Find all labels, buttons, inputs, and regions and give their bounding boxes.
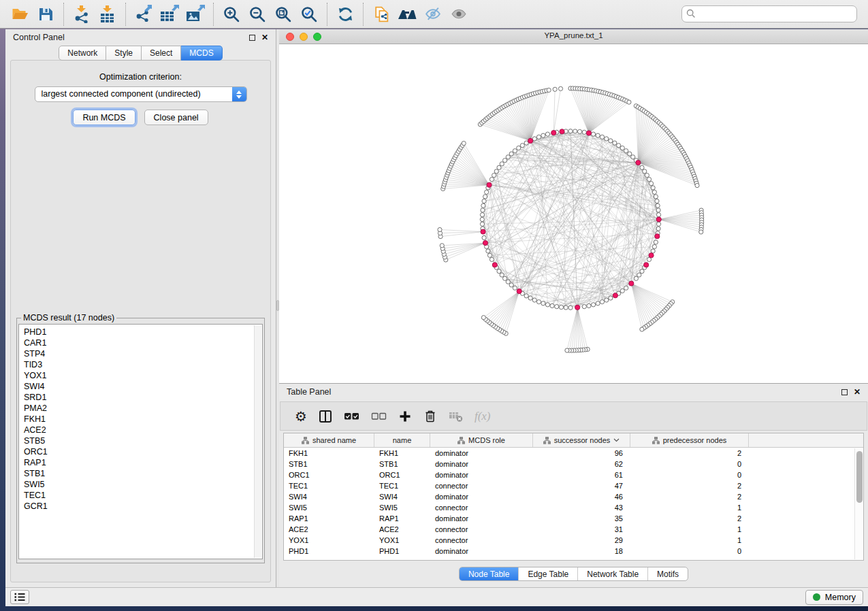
export-image-button[interactable] xyxy=(182,3,208,26)
list-item[interactable]: TEC1 xyxy=(24,490,262,501)
list-item[interactable]: FKH1 xyxy=(24,414,262,425)
list-icon xyxy=(14,592,26,602)
task-history-button[interactable] xyxy=(10,590,29,604)
table-row[interactable]: SWI5SWI5connector431 xyxy=(284,502,863,513)
show-eye-icon xyxy=(449,5,468,22)
float-panel-icon[interactable] xyxy=(841,389,848,395)
close-panel-button[interactable]: Close panel xyxy=(144,110,208,125)
add-column-button[interactable] xyxy=(398,408,412,425)
node-table: shared namenameMCDS rolesuccessor nodesp… xyxy=(283,433,864,561)
table-cell: 47 xyxy=(533,480,630,491)
column-header-name[interactable]: name xyxy=(374,433,430,447)
table-row[interactable]: SWI4SWI4dominator462 xyxy=(284,491,863,502)
list-item[interactable]: PMA2 xyxy=(24,403,262,414)
show-columns-button[interactable] xyxy=(319,408,332,425)
table-scrollbar[interactable] xyxy=(854,448,863,559)
list-item[interactable]: SWI5 xyxy=(24,479,262,490)
tab-node-table[interactable]: Node Table xyxy=(460,567,519,580)
open-folder-icon xyxy=(11,6,29,22)
duplicate-network-icon xyxy=(372,5,391,23)
delete-table-button[interactable] xyxy=(449,408,463,425)
list-item[interactable]: TID3 xyxy=(24,359,262,370)
optimization-criterion-select[interactable]: largest connected component (undirected) xyxy=(35,86,247,102)
list-item[interactable]: STP4 xyxy=(24,348,262,359)
table-row[interactable]: ACE2ACE2connector311 xyxy=(284,524,863,535)
zoom-out-button[interactable] xyxy=(244,3,270,26)
delete-columns-button[interactable] xyxy=(423,408,437,425)
tab-style[interactable]: Style xyxy=(106,46,142,61)
table-panel-title: Table Panel xyxy=(287,387,331,397)
close-panel-icon[interactable]: ✕ xyxy=(261,34,268,41)
column-header-mcds-role[interactable]: MCDS role xyxy=(430,433,533,447)
column-header-predecessor-nodes[interactable]: predecessor nodes xyxy=(630,433,749,447)
toolbar-separator xyxy=(63,3,64,26)
export-table-button[interactable] xyxy=(157,3,182,26)
search-input[interactable] xyxy=(681,5,857,22)
table-panel-titlebar: Table Panel ✕ xyxy=(279,384,868,400)
deselect-all-button[interactable] xyxy=(371,408,387,425)
memory-button[interactable]: Memory xyxy=(805,590,863,605)
tree-icon xyxy=(652,437,660,444)
optimization-criterion-value: largest connected component (undirected) xyxy=(35,87,246,101)
list-item[interactable]: ACE2 xyxy=(24,425,262,435)
table-row[interactable]: RAP1RAP1dominator352 xyxy=(284,513,863,524)
import-network-button[interactable] xyxy=(69,3,95,26)
table-row[interactable]: PHD1PHD1dominator180 xyxy=(284,546,863,557)
list-item[interactable]: SRD1 xyxy=(24,392,262,403)
table-body: FKH1FKH1dominator962STB1STB1dominator620… xyxy=(284,448,863,557)
table-settings-button[interactable]: ⚙ xyxy=(295,408,307,425)
run-mcds-button[interactable]: Run MCDS xyxy=(73,110,135,125)
tab-network[interactable]: Network xyxy=(59,46,106,61)
first-neighbors-button[interactable] xyxy=(394,3,420,26)
table-row[interactable]: FKH1FKH1dominator962 xyxy=(284,448,863,459)
select-all-button[interactable] xyxy=(344,408,359,425)
scrollbar-thumb[interactable] xyxy=(856,451,863,503)
zoom-fit-button[interactable] xyxy=(270,3,296,26)
toolbar-separator xyxy=(125,3,126,26)
list-item[interactable]: STB5 xyxy=(24,435,262,446)
tab-select[interactable]: Select xyxy=(142,46,181,61)
list-item[interactable]: CAR1 xyxy=(24,337,262,348)
list-item[interactable]: STB1 xyxy=(24,468,262,479)
list-item[interactable]: YOX1 xyxy=(24,370,262,381)
table-row[interactable]: ORC1ORC1dominator610 xyxy=(284,469,863,480)
tab-network-table[interactable]: Network Table xyxy=(577,567,647,580)
new-network-from-selection-button[interactable] xyxy=(368,3,394,26)
list-item[interactable]: PHD1 xyxy=(24,327,262,337)
mcds-tab-content: Optimization criterion: largest connecte… xyxy=(10,60,271,582)
open-file-button[interactable] xyxy=(7,3,33,26)
list-scrollbar[interactable] xyxy=(254,325,261,558)
float-panel-icon[interactable] xyxy=(249,35,255,41)
tab-edge-table[interactable]: Edge Table xyxy=(518,567,577,580)
column-header-shared-name[interactable]: shared name xyxy=(284,433,374,447)
table-row[interactable]: STB1STB1dominator620 xyxy=(284,459,863,469)
tab-motifs[interactable]: Motifs xyxy=(647,567,688,580)
list-item[interactable]: ORC1 xyxy=(24,446,262,457)
hide-selected-button[interactable] xyxy=(420,3,446,26)
function-builder-button[interactable]: f(x) xyxy=(475,408,491,425)
list-item[interactable]: SWI4 xyxy=(24,381,262,392)
export-network-button[interactable] xyxy=(131,3,157,26)
table-cell: ACE2 xyxy=(374,524,430,535)
column-header-successor-nodes[interactable]: successor nodes xyxy=(533,433,630,447)
table-cell: SWI4 xyxy=(284,491,374,502)
list-item[interactable]: GCR1 xyxy=(24,501,262,512)
network-canvas[interactable] xyxy=(279,44,868,383)
mcds-result-list[interactable]: PHD1CAR1STP4TID3YOX1SWI4SRD1PMA2FKH1ACE2… xyxy=(18,324,263,559)
tree-icon xyxy=(302,437,309,444)
list-item[interactable]: RAP1 xyxy=(24,457,262,468)
import-table-button[interactable] xyxy=(95,3,120,26)
table-row[interactable]: YOX1YOX1connector291 xyxy=(284,535,863,546)
gear-icon: ⚙ xyxy=(295,410,307,423)
refresh-button[interactable] xyxy=(332,3,358,26)
app-window: Control Panel ✕ NetworkStyleSelectMCDS O… xyxy=(5,29,868,606)
zoom-selected-button[interactable] xyxy=(296,3,322,26)
tab-mcds[interactable]: MCDS xyxy=(181,46,222,61)
close-panel-icon[interactable]: ✕ xyxy=(854,389,861,395)
zoom-in-button[interactable] xyxy=(219,3,244,26)
show-all-button[interactable] xyxy=(446,3,472,26)
search-icon xyxy=(686,9,696,18)
table-row[interactable]: TEC1TEC1connector472 xyxy=(284,480,863,491)
save-session-button[interactable] xyxy=(33,3,59,26)
table-cell: 46 xyxy=(533,491,630,502)
